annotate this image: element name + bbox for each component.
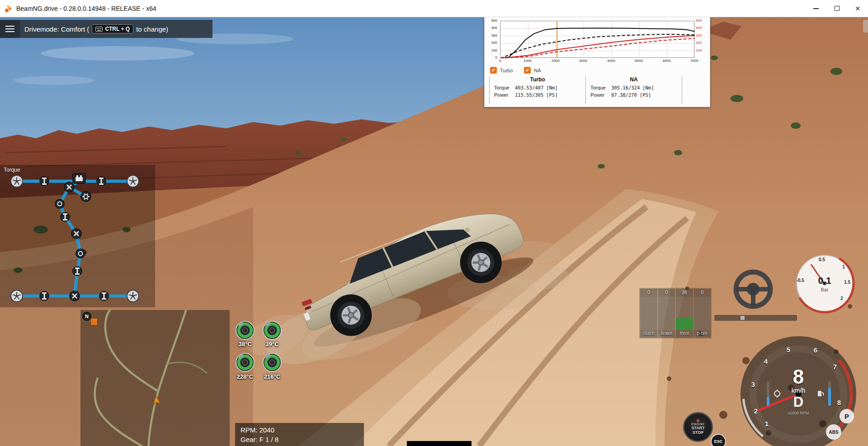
window-titlebar: BeamNG.drive - 0.28.0.0.14948 - RELEASE …: [0, 0, 868, 17]
wheel-icon: [127, 175, 139, 187]
engine-icon: [73, 174, 85, 183]
player-marker-arrow: [152, 395, 161, 405]
na-stats-title: NA: [590, 76, 677, 83]
speed-value: 8: [739, 367, 858, 387]
na-checkbox-label: NA: [534, 68, 541, 73]
tacho-number: 6: [811, 346, 820, 353]
y-axis-tick-right: 100: [696, 48, 709, 52]
tacho-number: 1: [762, 420, 771, 427]
window-title: BeamNG.drive - 0.28.0.0.14948 - RELEASE …: [16, 5, 156, 12]
y-axis-tick-right: 300: [696, 33, 709, 38]
y-axis-tick-right: 200: [696, 41, 709, 45]
transfercase-icon: [64, 182, 74, 192]
parkbrake-input: 0 p-brk: [694, 289, 711, 338]
maximize-button[interactable]: [826, 0, 847, 17]
wheel-icon: [11, 290, 23, 302]
brake-temp-front-right: 39°C: [259, 341, 286, 347]
close-button[interactable]: [847, 0, 868, 17]
hamburger-menu-button[interactable]: [0, 20, 20, 38]
beamng-logo-icon: [5, 5, 13, 13]
clutch-input: 0 clutch: [640, 289, 657, 338]
minimize-button[interactable]: [806, 0, 826, 17]
torque-curve-panel: 500 400 300 200 100 0 500 400 300 200 10…: [484, 17, 710, 107]
telemetry-panel: RPM: 2040 Gear: F 1 / 8: [235, 423, 364, 446]
boost-gauge: -0.5 0.5 1 1.5 2 0.1 Bar: [793, 252, 856, 315]
powertrain-app: Torque: [0, 165, 155, 307]
rear-differential-icon: [70, 291, 80, 301]
x-axis-ticks: 0 1000 2000 3000 4000 5000 6000 7000: [500, 59, 694, 63]
brake-disc-icon: [235, 320, 255, 340]
boost-value: 0.1: [793, 275, 856, 286]
turbo-stats-title: Turbo: [494, 76, 581, 83]
minimize-icon: [813, 8, 819, 9]
differential-icon: [71, 229, 81, 239]
na-stats: NA Torque 305.16/324 [Nm] Power 87.38/27…: [586, 76, 682, 104]
steering-position-marker: [741, 316, 745, 320]
brake-bar: [658, 297, 675, 330]
chart-plot-area: [500, 21, 694, 58]
minimap-app: N: [80, 310, 230, 446]
abs-indicator: ABS: [826, 424, 841, 440]
brake-temp-rear-left: 228°C: [231, 373, 259, 380]
vehicle-inputs-panel: 0 clutch 0 brake 36 throt 0 p-brk: [639, 288, 712, 338]
speed-unit: km/h: [739, 387, 858, 394]
poi-marker-icon: [90, 318, 98, 325]
halfshaft-icon: [40, 291, 49, 300]
keyboard-icon: [95, 27, 103, 32]
powertrain-diagram: [0, 165, 155, 307]
y-axis-tick: 200: [485, 41, 499, 45]
brake-temp-bar: [767, 381, 769, 406]
throttle-bar: [676, 297, 693, 330]
tacho-number: 4: [761, 357, 770, 365]
drivemode-hint: to change): [136, 25, 168, 33]
engine-button-led: [697, 419, 699, 422]
boost-tick: 2: [836, 296, 847, 301]
ui-apps-edge-button[interactable]: [863, 20, 868, 33]
gearbox-icon: [81, 192, 91, 202]
fuel-icon: [816, 390, 825, 398]
clutch-bar: [640, 297, 657, 330]
wheel-icon: [127, 290, 139, 302]
y-axis-tick-right: 500: [696, 19, 709, 23]
driveshaft-icon: [73, 267, 82, 276]
bottom-center-panel: [407, 441, 472, 446]
engine-start-stop-button[interactable]: ENGINE START STOP: [683, 412, 713, 442]
na-checkbox[interactable]: [524, 67, 531, 74]
esc-indicator: ESC: [711, 434, 726, 446]
brake-temp-rear-right: 216°C: [259, 373, 286, 380]
torqueconverter-icon: [55, 199, 64, 208]
rpm-readout: RPM: 2040: [241, 425, 359, 435]
steering-position-bar: [714, 315, 797, 321]
boost-unit: Bar: [793, 287, 856, 292]
parkbrake-bar: [694, 297, 711, 330]
y-axis-tick: 100: [485, 48, 499, 52]
tacho-number: 5: [784, 346, 793, 353]
minimap-roads: [80, 310, 230, 446]
brake-temp-icon: [773, 390, 781, 398]
powertrain-title: Torque: [4, 167, 20, 173]
turbo-checkbox[interactable]: [490, 67, 497, 74]
steering-wheel-icon: [731, 267, 776, 312]
y-axis-tick: 300: [485, 33, 499, 38]
y-axis-tick-right: 400: [696, 26, 709, 30]
turbo-stats: Turbo Torque 403.53/407 [Nm] Power 115.5…: [490, 76, 585, 104]
brake-disc-icon: [262, 352, 282, 372]
chart-legend: Turbo NA: [490, 67, 549, 74]
parking-brake-indicator: P: [840, 409, 854, 423]
y-axis-tick: 400: [485, 26, 499, 30]
driveshaft-icon: [61, 212, 70, 221]
boost-tick: 0.5: [816, 257, 827, 262]
halfshaft-icon: [99, 291, 108, 300]
coupling-icon: [76, 249, 85, 258]
close-icon: [855, 5, 860, 13]
maximize-icon: [835, 6, 840, 11]
drivemode-key-badge: CTRL + Q: [92, 24, 133, 33]
brake-input: 0 brake: [658, 289, 675, 338]
gear-indicator: D: [739, 394, 858, 410]
fuel-level-bar: [828, 381, 831, 406]
y-axis-tick: 500: [485, 19, 499, 23]
drivemode-label: Drivemode: Comfort (: [24, 25, 89, 33]
halfshaft-icon: [97, 177, 106, 186]
throttle-input: 36 throt: [676, 289, 693, 338]
chart-stats: Turbo Torque 403.53/407 [Nm] Power 115.5…: [489, 76, 705, 104]
